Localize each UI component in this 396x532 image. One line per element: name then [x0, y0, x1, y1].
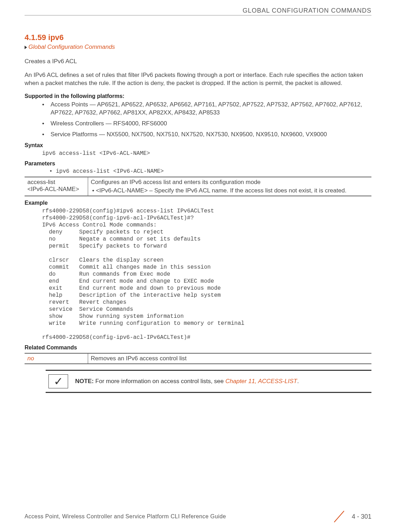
breadcrumb: Global Configuration Commands: [25, 44, 371, 51]
platforms-heading: Supported in the following platforms:: [25, 93, 371, 99]
footer: Access Point, Wireless Controller and Se…: [25, 510, 371, 524]
note-tail: .: [297, 378, 299, 385]
related-heading: Related Commands: [25, 344, 371, 351]
chapter-header: GLOBAL CONFIGURATION COMMANDS: [25, 7, 371, 15]
note-link[interactable]: Chapter 11, ACCESS-LIST: [225, 378, 297, 385]
related-table: no Removes an IPv6 access control list: [25, 353, 371, 364]
related-cmd: no: [25, 353, 88, 364]
list-item: Access Points — AP6521, AP6522, AP6532, …: [42, 101, 371, 117]
breadcrumb-text: Global Configuration Commands: [28, 44, 115, 50]
section-number: 4.1.59 ipv6: [25, 33, 371, 42]
list-item: Service Platforms — NX5500, NX7500, NX75…: [42, 131, 371, 139]
syntax-heading: Syntax: [25, 142, 371, 149]
note-body: For more information on access control l…: [94, 378, 225, 385]
note-label: NOTE:: [75, 378, 94, 385]
example-heading: Example: [25, 200, 371, 206]
param-desc-cell: Configures an IPv6 access list and enter…: [88, 177, 371, 196]
table-row: no Removes an IPv6 access control list: [25, 353, 371, 364]
param-desc-main: Configures an IPv6 access list and enter…: [91, 179, 369, 186]
example-code: rfs4000-229D58(config)#ipv6 access-list …: [42, 208, 371, 341]
parameters-heading: Parameters: [25, 160, 371, 167]
intro-long: An IPv6 ACL defines a set of rules that …: [25, 71, 371, 87]
footer-title: Access Point, Wireless Controller and Se…: [25, 513, 226, 520]
list-item: Wireless Controllers — RFS4000, RFS6000: [42, 120, 371, 128]
page-number: 4 - 301: [352, 513, 371, 520]
table-row: access-list <IPv6-ACL-NAME> Configures a…: [25, 177, 371, 196]
param-name-cell: access-list <IPv6-ACL-NAME>: [25, 177, 88, 196]
parameters-bullet: • ipv6 access-list <IPv6-ACL-NAME>: [49, 168, 371, 175]
param-desc-sub: • <IPv6-ACL-NAME> – Specify the IPv6 ACL…: [91, 187, 369, 194]
syntax-code: ipv6 access-list <IPv6-ACL-NAME>: [42, 150, 371, 157]
svg-line-0: [334, 511, 344, 522]
platforms-list: Access Points — AP6521, AP6522, AP6532, …: [25, 101, 371, 139]
related-desc: Removes an IPv6 access control list: [88, 353, 371, 364]
page-slash-icon: [332, 510, 346, 524]
intro-short: Creates a IPv6 ACL: [25, 58, 371, 66]
breadcrumb-arrow-icon: [25, 46, 27, 49]
note-text: NOTE: For more information on access con…: [75, 378, 299, 385]
check-icon: ✓: [48, 374, 68, 388]
parameters-table: access-list <IPv6-ACL-NAME> Configures a…: [25, 177, 371, 196]
note-box: ✓ NOTE: For more information on access c…: [46, 370, 371, 393]
page-number-box: 4 - 301: [332, 510, 371, 524]
page: GLOBAL CONFIGURATION COMMANDS 4.1.59 ipv…: [0, 0, 396, 532]
